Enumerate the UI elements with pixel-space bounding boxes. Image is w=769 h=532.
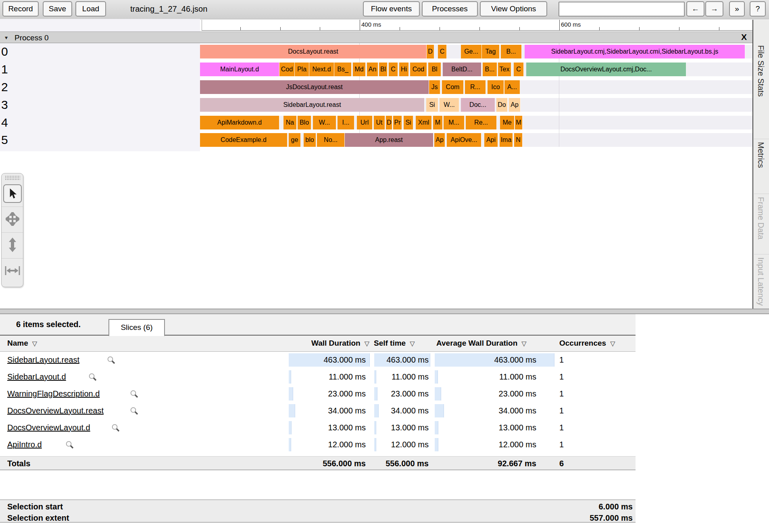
trace-slice[interactable]: Me [500, 116, 515, 129]
trace-slice[interactable]: Ap [509, 98, 521, 112]
process-header[interactable]: ▾ Process 0 X [0, 31, 752, 43]
trace-slice[interactable]: B... [483, 63, 497, 76]
panel-splitter[interactable] [0, 309, 769, 314]
collapse-caret-icon[interactable]: ▾ [5, 34, 8, 41]
trace-slice[interactable]: Api [484, 133, 498, 147]
select-tool-button[interactable] [2, 181, 23, 207]
trace-slice[interactable]: Na [283, 116, 297, 129]
trace-slice[interactable]: DocsOverviewLayout.cmj,Doc... [526, 63, 686, 76]
trace-slice[interactable]: Pr [393, 116, 402, 129]
sidebar-tab-frame-data[interactable]: Frame Data [756, 197, 765, 240]
trace-slice[interactable]: M [515, 116, 523, 129]
flow-events-button[interactable]: Flow events [363, 1, 420, 17]
search-input[interactable] [559, 2, 685, 17]
nav-forward-button[interactable]: → [705, 1, 723, 17]
trace-slice[interactable]: C [438, 45, 447, 58]
trace-slice[interactable]: Ima [500, 133, 513, 147]
trace-slice[interactable]: D [386, 116, 392, 129]
record-button[interactable]: Record [2, 1, 39, 17]
trace-slice[interactable]: Doc... [461, 98, 495, 112]
trace-slice[interactable]: CodeExample.d [200, 133, 288, 147]
trace-slice[interactable]: Xml [416, 116, 432, 129]
trace-slice[interactable]: Pla [295, 63, 309, 76]
trace-slice[interactable]: DocsLayout.reast [200, 45, 427, 58]
trace-slice[interactable]: JsDocsLayout.reast [200, 80, 429, 94]
sidebar-tab-input-latency[interactable]: Input Latency [756, 257, 765, 306]
trace-slice[interactable]: An [367, 63, 378, 76]
trace-slice[interactable]: SidebarLayout.cmj,SidebarLayout.cmi,Side… [525, 45, 745, 58]
trace-slice[interactable]: Bl [379, 63, 388, 76]
trace-slice[interactable]: ApiMarkdown.d [200, 116, 279, 129]
trace-slice[interactable]: App.reast [345, 133, 433, 147]
expand-button[interactable]: » [729, 1, 745, 17]
trace-slice[interactable]: M... [444, 116, 465, 129]
view-options-button[interactable]: View Options [480, 1, 547, 17]
trace-slice[interactable]: Url [357, 116, 373, 129]
column-header-name[interactable]: Name▽ [7, 339, 37, 348]
trace-slice[interactable]: Bs_ [334, 63, 352, 76]
trace-slice[interactable]: Do [496, 98, 508, 112]
trace-slice[interactable]: Bl [428, 63, 441, 76]
trace-slice[interactable]: Md [353, 63, 366, 76]
trace-slice[interactable]: W... [313, 116, 336, 129]
trace-slice[interactable]: Ico [488, 80, 504, 94]
column-header-occurrences[interactable]: Occurrences▽ [559, 339, 615, 348]
save-button[interactable]: Save [43, 1, 72, 17]
trace-slice[interactable]: Tag [482, 45, 500, 58]
trace-slice[interactable]: D [427, 45, 434, 58]
slice-name-link[interactable]: SidebarLayout.d [7, 372, 66, 382]
trace-slice[interactable]: Blo [298, 116, 311, 129]
timing-span-tool-button[interactable] [2, 258, 23, 284]
trace-slice[interactable]: A... [504, 80, 520, 94]
trace-slice[interactable]: SidebarLayout.reast [200, 98, 425, 112]
close-process-button[interactable]: X [741, 32, 747, 42]
trace-slice[interactable]: Js [429, 80, 440, 94]
palette-grip-handle[interactable] [5, 175, 20, 180]
trace-slice[interactable]: ge [289, 133, 301, 147]
trace-slice[interactable]: Si [404, 116, 413, 129]
magnifier-icon[interactable] [107, 356, 116, 366]
trace-slice[interactable]: Cod [410, 63, 427, 76]
trace-slice[interactable]: Ut [374, 116, 385, 129]
trace-slice[interactable]: I... [338, 116, 354, 129]
magnifier-icon[interactable] [111, 424, 120, 434]
column-header-average-wall-duration[interactable]: Average Wall Duration▽ [436, 339, 527, 348]
trace-slice[interactable]: Hi [399, 63, 409, 76]
slice-name-link[interactable]: DocsOverviewLayout.reast [7, 406, 104, 415]
trace-slice[interactable]: B... [501, 45, 522, 58]
sidebar-tab-file-size-stats[interactable]: File Size Stats [756, 45, 765, 97]
help-button[interactable]: ? [750, 1, 766, 17]
processes-button[interactable]: Processes [422, 1, 478, 17]
trace-slice[interactable]: Cod [279, 63, 295, 76]
column-header-wall-duration[interactable]: Wall Duration▽ [289, 339, 369, 348]
trace-slice[interactable]: Com [442, 80, 464, 94]
trace-slice[interactable]: C [389, 63, 398, 76]
magnifier-icon[interactable] [65, 440, 74, 451]
magnifier-icon[interactable] [88, 373, 97, 383]
column-header-self-time[interactable]: Self time▽ [374, 339, 415, 348]
trace-slice[interactable]: R... [465, 80, 486, 94]
trace-slice[interactable]: Next.d [309, 63, 334, 76]
trace-slice[interactable]: C [514, 63, 524, 76]
trace-slice[interactable]: MainLayout.d [200, 63, 279, 76]
magnifier-icon[interactable] [130, 407, 139, 417]
tab-slices[interactable]: Slices (6) [108, 319, 165, 336]
trace-slice[interactable]: Ap [434, 133, 445, 147]
trace-slice[interactable]: Re... [466, 116, 497, 129]
slice-name-link[interactable]: ApiIntro.d [7, 440, 42, 449]
slice-name-link[interactable]: DocsOverviewLayout.d [7, 423, 90, 432]
slice-name-link[interactable]: WarningFlagDescription.d [7, 389, 100, 398]
vertical-zoom-tool-button[interactable] [2, 232, 23, 259]
trace-slice[interactable]: W... [440, 98, 459, 112]
trace-slice[interactable]: No... [317, 133, 345, 147]
load-button[interactable]: Load [75, 1, 106, 17]
nav-back-button[interactable]: ← [686, 1, 704, 17]
pan-tool-button[interactable] [2, 207, 23, 233]
trace-slice[interactable]: Tex [498, 63, 511, 76]
magnifier-icon[interactable] [130, 390, 139, 400]
trace-slice[interactable]: N [514, 133, 523, 147]
trace-slice[interactable]: BeltD... [443, 63, 481, 76]
trace-slice[interactable]: Ge... [461, 45, 482, 58]
trace-slice[interactable]: Si [426, 98, 438, 112]
sidebar-tab-metrics[interactable]: Metrics [756, 142, 765, 168]
